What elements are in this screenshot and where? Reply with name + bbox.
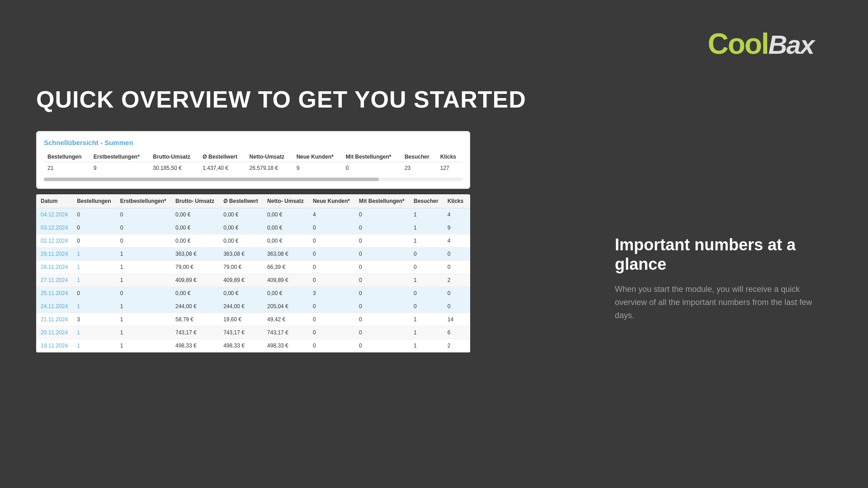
table-cell: 0,00 € <box>171 235 219 248</box>
table-cell: 2 <box>443 339 470 352</box>
table-cell: 20.11.2024 <box>36 326 72 339</box>
summary-col-header: Erstbestellungen* <box>90 152 150 162</box>
table-cell: 25.11.2024 <box>36 287 72 300</box>
table-cell: 1 <box>72 248 116 261</box>
table-cell: 0,00 € <box>219 208 263 221</box>
info-description: When you start the module, you will rece… <box>615 283 832 322</box>
summary-cell: 9 <box>293 162 342 174</box>
table-cell: 409,89 € <box>263 274 308 287</box>
content-area: Schnellübersicht - Summen BestellungenEr… <box>36 131 470 352</box>
table-cell: 1 <box>116 248 171 261</box>
table-cell: 0 <box>354 208 409 221</box>
table-cell: 0 <box>409 261 443 274</box>
table-cell: 1 <box>409 235 443 248</box>
detail-col-header: Ø Bestellwert <box>219 194 263 208</box>
table-cell: 19.11.2024 <box>36 339 72 352</box>
table-cell: 0 <box>308 248 354 261</box>
table-row: 29.11.202411363,08 €363,08 €363,08 €0000 <box>36 248 470 261</box>
table-cell: 24.11.2024 <box>36 300 72 313</box>
table-cell: 1 <box>72 274 116 287</box>
table-cell: 19,60 € <box>219 313 263 326</box>
table-cell: 66,39 € <box>263 261 308 274</box>
table-row: 25.11.2024000,00 €0,00 €0,00 €3000 <box>36 287 470 300</box>
table-cell: 0,00 € <box>263 221 308 235</box>
table-cell: 1 <box>72 339 116 352</box>
table-cell: 0,00 € <box>219 287 263 300</box>
summary-col-header: Bestellungen <box>44 152 90 162</box>
table-cell: 409,89 € <box>219 274 263 287</box>
table-cell: 9 <box>443 221 470 235</box>
table-cell: 0 <box>443 300 470 313</box>
table-cell: 498,33 € <box>263 339 308 352</box>
table-cell: 0 <box>72 208 116 221</box>
table-row: 19.11.202411498,33 €498,33 €498,33 €0012 <box>36 339 470 352</box>
table-cell: 1 <box>409 313 443 326</box>
summary-cell: 9 <box>90 162 150 174</box>
table-row: 24.11.202411244,00 €244,00 €205,04 €0000 <box>36 300 470 313</box>
table-row: 03.12.2024000,00 €0,00 €0,00 €0019 <box>36 221 470 235</box>
table-cell: 14 <box>443 313 470 326</box>
table-cell: 0 <box>354 287 409 300</box>
table-cell: 4 <box>443 235 470 248</box>
detail-table: DatumBestellungenErstbestellungen*Brutto… <box>36 194 470 352</box>
table-cell: 2 <box>443 274 470 287</box>
table-cell: 0,00 € <box>263 287 308 300</box>
table-cell: 03.12.2024 <box>36 221 72 235</box>
summary-title: Schnellübersicht - Summen <box>44 139 462 146</box>
table-cell: 1 <box>409 208 443 221</box>
detail-col-header: Brutto- Umsatz <box>171 194 219 208</box>
table-cell: 0 <box>116 221 171 235</box>
table-cell: 0 <box>443 287 470 300</box>
table-cell: 0 <box>308 221 354 235</box>
table-cell: 0 <box>308 235 354 248</box>
summary-scrollbar[interactable] <box>44 178 462 181</box>
table-cell: 6 <box>443 326 470 339</box>
info-heading: Important numbers at a glance <box>615 235 832 274</box>
summary-box: Schnellübersicht - Summen BestellungenEr… <box>36 131 470 189</box>
table-cell: 21.11.2024 <box>36 313 72 326</box>
table-cell: 0 <box>116 287 171 300</box>
summary-cell: 21 <box>44 162 90 174</box>
table-row: 27.11.202411409,89 €409,89 €409,89 €0012 <box>36 274 470 287</box>
table-cell: 0 <box>116 235 171 248</box>
table-cell: 0 <box>354 339 409 352</box>
table-cell: 3 <box>308 287 354 300</box>
detail-table-container: DatumBestellungenErstbestellungen*Brutto… <box>36 194 470 352</box>
table-cell: 0 <box>72 221 116 235</box>
summary-col-header: Klicks <box>437 152 462 162</box>
table-cell: 409,89 € <box>171 274 219 287</box>
detail-tbody: 04.12.2024000,00 €0,00 €0,00 €401403.12.… <box>36 208 470 352</box>
table-cell: 0,00 € <box>171 287 219 300</box>
table-cell: 27.11.2024 <box>36 274 72 287</box>
table-cell: 1 <box>116 313 171 326</box>
table-cell: 743,17 € <box>263 326 308 339</box>
table-cell: 498,33 € <box>171 339 219 352</box>
table-cell: 743,17 € <box>219 326 263 339</box>
table-cell: 0 <box>354 300 409 313</box>
table-cell: 0,00 € <box>219 235 263 248</box>
table-cell: 1 <box>116 339 171 352</box>
table-row: 04.12.2024000,00 €0,00 €0,00 €4014 <box>36 208 470 221</box>
table-cell: 0 <box>308 313 354 326</box>
table-cell: 58,79 € <box>171 313 219 326</box>
summary-col-header: Neue Kunden* <box>293 152 342 162</box>
summary-header-row: BestellungenErstbestellungen*Brutto-Umsa… <box>44 152 462 162</box>
table-cell: 0,00 € <box>263 208 308 221</box>
detail-col-header: Mit Bestellungen* <box>354 194 409 208</box>
logo: CoolBax <box>708 27 814 61</box>
detail-col-header: Datum <box>36 194 72 208</box>
table-cell: 0 <box>72 287 116 300</box>
table-cell: 498,33 € <box>219 339 263 352</box>
table-cell: 1 <box>72 300 116 313</box>
summary-cell: 127 <box>437 162 462 174</box>
table-cell: 0 <box>354 221 409 235</box>
detail-col-header: Netto- Umsatz <box>263 194 308 208</box>
table-cell: 0 <box>409 287 443 300</box>
table-cell: 0,00 € <box>219 221 263 235</box>
table-cell: 0 <box>443 261 470 274</box>
logo-bax: Bax <box>769 30 814 59</box>
table-cell: 04.12.2024 <box>36 208 72 221</box>
table-cell: 0,00 € <box>171 208 219 221</box>
table-cell: 0 <box>409 248 443 261</box>
table-cell: 363,08 € <box>263 248 308 261</box>
